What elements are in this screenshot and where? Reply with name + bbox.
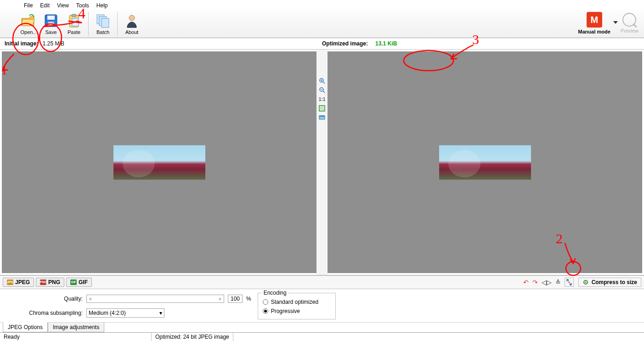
zoom-out-icon[interactable]: [318, 86, 326, 94]
preview-button[interactable]: Preview: [621, 13, 638, 34]
manual-mode-label: Manual mode: [578, 29, 610, 34]
chroma-row: Chroma subsampling: Medium (4:2:0) ▾: [5, 308, 251, 318]
gif-chip-icon: GIF: [70, 280, 77, 285]
bottom-tabs: JPEG Options Image adjustments: [0, 322, 644, 332]
tab-jpeg-options[interactable]: JPEG Options: [3, 322, 48, 332]
encoding-progressive-label: Progressive: [271, 308, 300, 314]
svg-rect-9: [102, 18, 109, 28]
chroma-value: Medium (4:2:0): [89, 310, 126, 316]
svg-point-24: [585, 282, 586, 283]
batch-stack-icon: [95, 13, 111, 28]
format-tab-gif[interactable]: GIF GIF: [66, 278, 92, 287]
format-tab-gif-label: GIF: [79, 279, 88, 285]
compress-to-size-label: Compress to size: [592, 279, 637, 285]
open-folder-icon: [20, 13, 36, 28]
batch-label: Batch: [96, 29, 109, 35]
svg-rect-1: [47, 16, 55, 20]
radio-checked-icon: [263, 308, 268, 314]
about-label: About: [125, 29, 139, 35]
options-area: Quality: < > 100 % Chroma subsampling: M…: [0, 289, 644, 320]
resize-icon[interactable]: [565, 278, 574, 287]
svg-rect-6: [72, 18, 79, 26]
toolbar-group-about: About: [117, 12, 143, 36]
quality-value-input[interactable]: 100: [228, 295, 243, 303]
toolbar-group-batch: Batch: [88, 12, 114, 36]
chevron-down-icon: ▾: [159, 310, 162, 316]
rotate-ccw-icon[interactable]: ↶: [523, 279, 529, 286]
optimized-image-label: Optimized image:: [322, 40, 368, 47]
menu-edit[interactable]: Edit: [36, 2, 53, 9]
format-bar: JPG JPEG PNG PNG GIF GIF ↶ ↷ ◁▷ ≙ Compre…: [0, 275, 644, 289]
chroma-subsampling-dropdown[interactable]: Medium (4:2:0) ▾: [86, 308, 164, 318]
tab-image-adjustments[interactable]: Image adjustments: [48, 323, 104, 332]
encoding-progressive-radio[interactable]: Progressive: [263, 308, 331, 314]
status-ready: Ready: [0, 333, 152, 341]
menu-tools[interactable]: Tools: [73, 2, 93, 9]
svg-point-3: [50, 22, 52, 25]
initial-image-size: 1.25 MiB: [43, 40, 64, 47]
preview-label: Preview: [621, 28, 638, 34]
quality-label: Quality:: [5, 296, 83, 302]
status-bar: Ready Optimized: 24 bit JPEG image: [0, 332, 644, 341]
edit-icons: ↶ ↷ ◁▷ ≙: [523, 278, 578, 287]
open-label: Open..: [20, 29, 35, 35]
svg-rect-19: [320, 106, 324, 110]
open-button[interactable]: Open..: [17, 12, 40, 36]
paste-label: Paste: [68, 29, 80, 35]
flip-horizontal-icon[interactable]: ◁▷: [542, 279, 552, 286]
chroma-label: Chroma subsampling:: [5, 310, 83, 316]
svg-line-16: [323, 91, 325, 93]
encoding-standard-radio[interactable]: Standard optimized: [263, 299, 331, 305]
manual-mode-icon: M: [587, 12, 602, 28]
toolbar-group-file: Open.. Save Paste: [17, 12, 85, 36]
panel-headers: Initial image: 1.25 MiB Optimized image:…: [0, 38, 644, 49]
mode-dropdown-arrow-icon[interactable]: [613, 21, 618, 26]
encoding-legend: Encoding: [262, 290, 288, 296]
encoding-standard-label: Standard optimized: [271, 299, 318, 305]
mode-area: M Manual mode Preview: [578, 12, 641, 34]
fullscreen-icon[interactable]: [318, 114, 326, 121]
paste-button[interactable]: Paste: [62, 12, 85, 36]
png-chip-icon: PNG: [40, 280, 46, 285]
zoom-in-icon[interactable]: [318, 77, 326, 84]
svg-line-12: [323, 82, 325, 84]
slider-track[interactable]: [94, 298, 216, 300]
format-tab-jpeg[interactable]: JPG JPEG: [3, 278, 34, 287]
main-toolbar: Open.. Save Paste Batch About: [0, 10, 644, 38]
compress-to-size-button[interactable]: Compress to size: [578, 278, 641, 287]
manual-mode-button[interactable]: M Manual mode: [578, 12, 610, 34]
format-tab-png[interactable]: PNG PNG: [36, 278, 64, 287]
initial-image-pane[interactable]: [2, 51, 316, 273]
save-button[interactable]: Save: [40, 12, 62, 36]
zoom-actual-icon[interactable]: 1:1: [318, 95, 326, 103]
format-tab-jpeg-label: JPEG: [15, 279, 30, 285]
svg-point-22: [568, 281, 570, 283]
optimized-image-thumbnail: [439, 145, 531, 179]
save-floppy-icon: [43, 13, 59, 28]
magnifier-icon: [622, 13, 636, 27]
format-tab-png-label: PNG: [48, 279, 60, 285]
initial-image-thumbnail: [113, 145, 205, 179]
about-button[interactable]: About: [120, 12, 143, 36]
jpeg-chip-icon: JPG: [7, 280, 13, 285]
menu-file[interactable]: File: [20, 2, 36, 9]
slider-left-arrow-icon[interactable]: <: [87, 296, 94, 302]
optimized-image-size: 13.1 KiB: [375, 40, 397, 47]
quality-slider[interactable]: < >: [86, 295, 224, 303]
initial-image-label: Initial image:: [5, 40, 38, 47]
fit-window-icon[interactable]: [318, 105, 326, 112]
menu-bar: File Edit View Tools Help: [0, 0, 644, 10]
menu-help[interactable]: Help: [93, 2, 112, 9]
preview-area: 1:1: [0, 49, 644, 275]
quality-row: Quality: < > 100 %: [5, 295, 251, 303]
svg-rect-5: [72, 14, 76, 17]
splitter-toolbar: 1:1: [316, 50, 328, 275]
batch-button[interactable]: Batch: [91, 12, 114, 36]
flip-vertical-icon[interactable]: ≙: [555, 279, 561, 286]
menu-view[interactable]: View: [53, 2, 73, 9]
radio-unchecked-icon: [263, 299, 268, 305]
slider-right-arrow-icon[interactable]: >: [216, 296, 224, 302]
optimized-image-pane[interactable]: [328, 51, 642, 273]
encoding-fieldset: Encoding Standard optimized Progressive: [258, 293, 336, 319]
rotate-cw-icon[interactable]: ↷: [532, 279, 538, 286]
